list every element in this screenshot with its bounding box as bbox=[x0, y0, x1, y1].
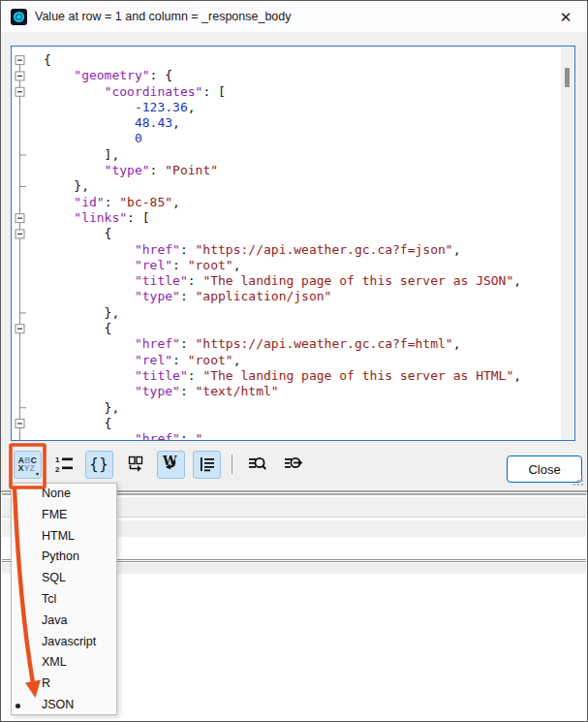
find-icon bbox=[247, 454, 268, 475]
menu-item-label: HTML bbox=[42, 529, 75, 543]
find-next-icon bbox=[283, 454, 304, 475]
menu-item-label: FME bbox=[42, 508, 67, 521]
menu-item-label: JSON bbox=[42, 698, 74, 711]
menu-item-none[interactable]: None bbox=[12, 484, 116, 505]
menu-item-label: SQL bbox=[42, 571, 66, 584]
value-dialog-window: Value at row = 1 and column = _response_… bbox=[0, 0, 588, 722]
menu-item-python[interactable]: Python bbox=[12, 547, 116, 568]
menu-item-java[interactable]: Java bbox=[12, 611, 116, 632]
box-arrow-icon bbox=[126, 455, 145, 474]
menu-item-r[interactable]: R bbox=[12, 674, 116, 695]
show-braces-button[interactable]: {} bbox=[85, 451, 113, 479]
resize-grip[interactable] bbox=[573, 476, 585, 487]
menu-item-label: Tcl bbox=[42, 592, 56, 606]
find-next-button[interactable] bbox=[279, 451, 307, 479]
wrap-arrow-icon bbox=[158, 452, 179, 473]
fme-inspector-icon bbox=[11, 9, 27, 25]
line-numbers-icon: 1 2 bbox=[54, 455, 74, 474]
language-dropdown-menu: NoneFMEHTMLPythonSQLTclJavaJavascriptXML… bbox=[11, 483, 117, 715]
menu-item-fme[interactable]: FME bbox=[12, 505, 116, 526]
word-wrap-button[interactable]: W bbox=[157, 451, 185, 479]
find-button[interactable] bbox=[243, 451, 271, 479]
menu-item-javascript[interactable]: Javascript bbox=[12, 632, 116, 653]
syntax-language-button[interactable]: ABC XYZ ▾ bbox=[14, 451, 42, 479]
scrollbar-thumb[interactable] bbox=[565, 68, 570, 87]
dropdown-caret-icon: ▾ bbox=[36, 470, 39, 477]
selected-bullet-icon bbox=[15, 704, 20, 708]
svg-text:1: 1 bbox=[55, 455, 60, 464]
menu-item-label: Java bbox=[42, 613, 67, 627]
menu-item-label: XML bbox=[42, 655, 67, 669]
lang-xyz-label: XYZ bbox=[18, 463, 36, 473]
long-line-wrap-button[interactable] bbox=[121, 451, 149, 479]
menu-item-xml[interactable]: XML bbox=[12, 652, 116, 674]
fold-gutter[interactable] bbox=[12, 47, 37, 440]
menu-item-html[interactable]: HTML bbox=[12, 526, 116, 548]
json-value-viewer[interactable]: { "geometry": { "coordinates": [ -123.36… bbox=[11, 46, 575, 441]
viewer-toolbar: ABC XYZ ▾ 1 2 {} bbox=[14, 450, 307, 479]
menu-item-sql[interactable]: SQL bbox=[12, 568, 116, 589]
indent-guides-icon bbox=[198, 455, 217, 474]
menu-item-label: None bbox=[42, 487, 71, 500]
svg-text:2: 2 bbox=[55, 465, 60, 474]
title-bar: Value at row = 1 and column = _response_… bbox=[1, 1, 587, 32]
menu-item-json[interactable]: JSON bbox=[12, 695, 116, 716]
close-window-icon[interactable]: ✕ bbox=[556, 8, 575, 27]
close-button[interactable]: Close bbox=[507, 455, 582, 483]
vertical-scrollbar[interactable] bbox=[561, 47, 573, 440]
braces-icon: {} bbox=[89, 455, 108, 473]
menu-item-tcl[interactable]: Tcl bbox=[12, 589, 116, 611]
menu-item-label: Python bbox=[42, 549, 79, 563]
menu-item-label: Javascript bbox=[42, 635, 96, 648]
dialog-body: { "geometry": { "coordinates": [ -123.36… bbox=[1, 32, 587, 492]
menu-item-label: R bbox=[42, 676, 50, 690]
indent-guides-button[interactable] bbox=[193, 451, 221, 479]
line-numbers-button[interactable]: 1 2 bbox=[49, 451, 77, 479]
json-code-text: { "geometry": { "coordinates": [ -123.36… bbox=[44, 52, 521, 441]
toolbar-separator bbox=[232, 455, 232, 474]
dialog-title: Value at row = 1 and column = _response_… bbox=[35, 10, 292, 23]
